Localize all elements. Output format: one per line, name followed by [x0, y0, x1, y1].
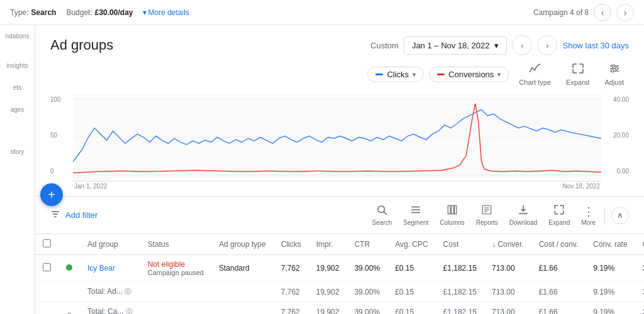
- conv-value-cell: 31,395.20: [635, 255, 644, 282]
- avg-cpc-header[interactable]: Avg. CPC: [387, 234, 435, 255]
- table-row: Icy Bear Not eligible Campaign paused St…: [35, 255, 644, 282]
- show-last-btn[interactable]: Show last 30 days: [562, 41, 629, 50]
- sidebar-item-ets[interactable]: ets: [12, 82, 23, 94]
- content-area: Ad groups Custom Jan 1 – Nov 18, 2022 ▾ …: [35, 25, 644, 314]
- type-info: Type: Search: [10, 8, 56, 17]
- more-details-btn[interactable]: ▾ More details: [143, 8, 189, 17]
- expand-table-label: Expand: [548, 219, 570, 226]
- x-axis-labels: Jan 1, 2022 Nov 18, 2022: [73, 183, 601, 190]
- type-value: Search: [31, 8, 56, 17]
- y-left-50: 50: [50, 132, 73, 139]
- expand-chart-btn[interactable]: Expand: [561, 60, 594, 89]
- chart-type-btn[interactable]: Chart type: [514, 60, 556, 89]
- clicks-cell: 7,762: [274, 255, 309, 282]
- conversions-label: Conversions: [448, 70, 494, 79]
- total-ad-cost: £1,182.15: [436, 282, 484, 302]
- clicks-header[interactable]: Clicks: [274, 234, 309, 255]
- x-label-start: Jan 1, 2022: [74, 183, 107, 190]
- total-ad-empty2: [58, 282, 80, 302]
- expand-icon: [572, 63, 584, 77]
- budget-label: Budget:: [66, 8, 92, 17]
- fab-wrapper: +: [35, 190, 644, 212]
- impr-header[interactable]: Impr.: [309, 234, 347, 255]
- chevron-down-icon: ▾: [413, 71, 416, 78]
- clicks-pill[interactable]: Clicks ▾: [367, 67, 424, 82]
- ctr-header[interactable]: CTR: [347, 234, 387, 255]
- total-ca-type: [211, 302, 274, 315]
- ctr-cell: 39.00%: [347, 255, 387, 282]
- row-checkbox[interactable]: [43, 263, 51, 271]
- status-sub-text: Campaign paused: [148, 269, 204, 276]
- custom-label: Custom: [370, 41, 399, 50]
- total-ad-cost-conv: £1.66: [531, 282, 586, 302]
- status-cell: Not eligible Campaign paused: [140, 255, 211, 282]
- conversions-pill[interactable]: Conversions ▾: [429, 67, 509, 82]
- cost-cell: £1,182.15: [436, 255, 484, 282]
- conversions-dot: [437, 73, 445, 75]
- total-ad-impr: 19,902: [309, 282, 347, 302]
- ad-group-name-cell: Icy Bear: [80, 255, 140, 282]
- total-ad-status: [140, 282, 211, 302]
- table-section: Ad group Status Ad group type Clicks Imp…: [35, 234, 644, 314]
- date-controls: Custom Jan 1 – Nov 18, 2022 ▾ ‹ › Show l…: [370, 35, 629, 55]
- ad-groups-table: Ad group Status Ad group type Clicks Imp…: [35, 234, 644, 314]
- sidebar-item-ndations[interactable]: ndations: [4, 30, 31, 42]
- type-label: Type:: [10, 8, 28, 17]
- next-campaign-btn[interactable]: ›: [616, 4, 634, 21]
- conv-rate-header[interactable]: Conv. rate: [586, 234, 635, 255]
- clicks-dot: [375, 73, 383, 75]
- prev-campaign-btn[interactable]: ‹: [594, 4, 611, 21]
- total-ca-expand[interactable]: ⌄: [58, 302, 80, 315]
- cost-header[interactable]: Cost: [436, 234, 484, 255]
- clicks-label: Clicks: [387, 70, 409, 79]
- columns-label: Columns: [440, 219, 464, 226]
- sidebar-item-ages[interactable]: ages: [9, 104, 26, 116]
- svg-point-3: [612, 65, 614, 67]
- sidebar-item-story[interactable]: story: [9, 146, 26, 158]
- total-ca-ctr: 39.00%: [347, 302, 387, 315]
- avg-cpc-cell: £0.15: [387, 255, 435, 282]
- date-range-btn[interactable]: Jan 1 – Nov 18, 2022 ▾: [404, 36, 508, 55]
- adjust-label: Adjust: [604, 78, 624, 86]
- status-dot-header: [58, 234, 80, 255]
- conversions-header[interactable]: ↓ Conver.: [484, 234, 531, 255]
- more-label: More: [581, 219, 596, 226]
- next-date-btn[interactable]: ›: [537, 35, 557, 55]
- chevron-down-icon: ▾: [497, 71, 501, 78]
- chevron-down-icon: ▾: [143, 8, 147, 17]
- chart-container: Clicks ▾ Conversions ▾ Chart type: [35, 60, 644, 190]
- green-status-dot: [66, 264, 72, 271]
- date-range-text: Jan 1 – Nov 18, 2022: [412, 41, 490, 50]
- total-ad-cpc: £0.15: [387, 282, 435, 302]
- select-all-checkbox[interactable]: [43, 239, 51, 247]
- y-left-0: 0: [50, 168, 73, 175]
- add-button[interactable]: +: [40, 183, 63, 206]
- y-axis-left: 100 50 0: [50, 94, 73, 177]
- main-content: ndations insights ets ages story Ad grou…: [0, 25, 644, 314]
- checkbox-header[interactable]: [35, 234, 58, 255]
- page-header: Ad groups Custom Jan 1 – Nov 18, 2022 ▾ …: [35, 25, 644, 60]
- expand-label: Expand: [566, 78, 589, 86]
- ad-group-link[interactable]: Icy Bear: [87, 264, 115, 273]
- help-icon[interactable]: ⓪: [126, 308, 133, 314]
- total-ca-empty1: [35, 302, 58, 315]
- chevron-down-icon: ▾: [494, 41, 499, 50]
- y-right-0: 0.00: [601, 168, 629, 175]
- total-ca-cpc: £0.15: [387, 302, 435, 315]
- sidebar: ndations insights ets ages story: [0, 25, 35, 314]
- total-ca-cost-conv: £1.66: [531, 302, 586, 315]
- campaign-nav: Campaign 4 of 8 ‹ ›: [533, 4, 634, 21]
- total-ad-empty1: [35, 282, 58, 302]
- prev-date-btn[interactable]: ‹: [512, 35, 532, 55]
- row-checkbox-cell[interactable]: [35, 255, 58, 282]
- conv-value-header[interactable]: Conv. value: [635, 234, 644, 255]
- chart-type-label: Chart type: [519, 78, 551, 86]
- ad-group-header: Ad group: [80, 234, 140, 255]
- cost-per-conv-header[interactable]: Cost / conv.: [531, 234, 586, 255]
- status-dot-cell: [58, 255, 80, 282]
- adjust-btn[interactable]: Adjust: [599, 60, 629, 89]
- total-ad-clicks: 7,762: [274, 282, 309, 302]
- conversions-cell: 713.00: [484, 255, 531, 282]
- help-icon[interactable]: ⓪: [125, 288, 131, 295]
- sidebar-item-insights[interactable]: insights: [6, 60, 30, 72]
